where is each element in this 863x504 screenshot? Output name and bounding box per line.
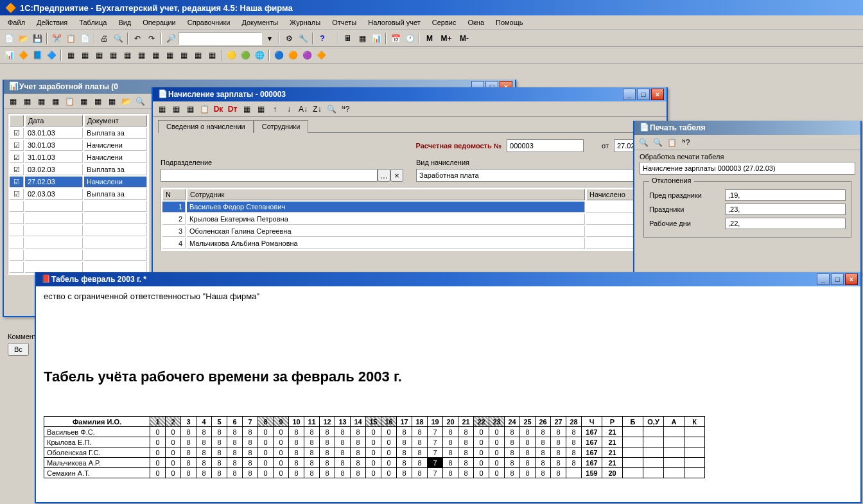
copy-icon[interactable]: 📋: [64, 32, 77, 45]
nav9-icon[interactable]: ▦: [121, 49, 134, 62]
employees-grid[interactable]: N Сотрудник Начислено 1Васильев Федор Ст…: [161, 187, 659, 251]
jt4-icon[interactable]: ▦: [49, 95, 62, 108]
menu-Справочники[interactable]: Справочники: [182, 17, 236, 28]
at9-icon[interactable]: 🔍: [325, 103, 338, 116]
menu-Помощь[interactable]: Помощь: [491, 17, 528, 28]
pt3-icon[interactable]: 📋: [665, 136, 678, 149]
tool-a-icon[interactable]: ⚙: [283, 32, 295, 45]
menu-Отчеты[interactable]: Отчеты: [327, 17, 362, 28]
nav20-icon[interactable]: 🟠: [286, 49, 299, 62]
source-input[interactable]: [640, 162, 855, 175]
nav15-icon[interactable]: ▦: [205, 49, 218, 62]
down-icon[interactable]: ↓: [283, 103, 295, 116]
pt1-icon[interactable]: 🔍: [637, 136, 650, 149]
close-button[interactable]: ×: [651, 89, 664, 100]
tool-b-icon[interactable]: 🔧: [297, 32, 309, 45]
chart-icon[interactable]: 📊: [370, 32, 383, 45]
menu-Действия[interactable]: Действия: [31, 17, 73, 28]
report-body[interactable]: ество с ограниченной ответственностью "Н…: [36, 286, 860, 502]
minimize-button[interactable]: _: [817, 274, 830, 285]
dept-lookup-button[interactable]: …: [378, 169, 390, 182]
up-icon[interactable]: ↑: [268, 103, 281, 116]
jt6-icon[interactable]: ▦: [77, 95, 90, 108]
nav13-icon[interactable]: ▦: [177, 49, 190, 62]
pt2-icon[interactable]: 🔍: [651, 136, 664, 149]
emp-row[interactable]: 2Крылова Екатерина Петровна3,50: [162, 214, 657, 225]
pt-help-icon[interactable]: ᴺ?: [679, 136, 692, 149]
nav19-icon[interactable]: 🔵: [272, 49, 285, 62]
nav14-icon[interactable]: ▦: [191, 49, 204, 62]
journal-row[interactable]: ☑27.02.03Начислени: [10, 177, 147, 187]
mem-m-button[interactable]: М: [423, 32, 437, 45]
journal-grid[interactable]: Дата Документ ☑03.01.03Выплата за☑30.01.…: [8, 113, 149, 275]
menu-Файл[interactable]: Файл: [3, 17, 30, 28]
jt5-icon[interactable]: 📋: [63, 95, 76, 108]
holidays-input[interactable]: [725, 204, 846, 215]
redo-icon[interactable]: ↷: [145, 32, 158, 45]
col-emp[interactable]: Сотрудник: [187, 189, 585, 200]
at8-icon[interactable]: ▦: [254, 103, 267, 116]
journal-row[interactable]: ☑30.01.03Начислени: [10, 140, 147, 151]
mem-mminus-button[interactable]: М-: [456, 32, 473, 45]
nav8-icon[interactable]: ▦: [107, 49, 119, 62]
dept-input[interactable]: [161, 169, 378, 182]
at2-icon[interactable]: ▦: [170, 103, 182, 116]
preview-icon[interactable]: 🔍: [112, 32, 125, 45]
menu-Вид[interactable]: Вид: [113, 17, 136, 28]
menu-Сервис[interactable]: Сервис: [427, 17, 462, 28]
accrual-titlebar[interactable]: 📄 Начисление зарплаты - 000003 _ □ ×: [153, 87, 667, 101]
jt7-icon[interactable]: ▦: [91, 95, 104, 108]
footer-button[interactable]: Вс: [8, 343, 29, 356]
nav16-icon[interactable]: 🟡: [225, 49, 238, 62]
maximize-button[interactable]: □: [637, 89, 650, 100]
open-icon[interactable]: 📂: [17, 32, 30, 45]
close-button[interactable]: ×: [845, 274, 858, 285]
help-icon[interactable]: ?: [316, 32, 329, 45]
menu-Окна[interactable]: Окна: [462, 17, 489, 28]
cut-icon[interactable]: ✂️: [50, 32, 63, 45]
tab-info[interactable]: Сведения о начислении: [158, 120, 254, 133]
emp-row[interactable]: 1Васильев Федор Степанович8,00: [162, 202, 657, 213]
nav3-icon[interactable]: 📘: [31, 49, 44, 62]
workdays-input[interactable]: [725, 218, 846, 229]
nav7-icon[interactable]: ▦: [92, 49, 105, 62]
find-icon[interactable]: 🔎: [164, 32, 177, 45]
menu-Таблица[interactable]: Таблица: [74, 17, 112, 28]
minimize-button[interactable]: _: [623, 89, 636, 100]
at6-icon[interactable]: Dт: [226, 103, 239, 116]
nav5-icon[interactable]: ▦: [64, 49, 77, 62]
dropdown-icon[interactable]: ▾: [263, 32, 276, 45]
at1-icon[interactable]: ▦: [155, 103, 168, 116]
mem-mplus-button[interactable]: М+: [438, 32, 455, 45]
grid-icon[interactable]: ▦: [356, 32, 369, 45]
nav6-icon[interactable]: ▦: [78, 49, 91, 62]
tab-employees[interactable]: Сотрудники: [254, 120, 309, 133]
journal-row[interactable]: ☑31.01.03Начислени: [10, 152, 147, 163]
undo-icon[interactable]: ↶: [131, 32, 144, 45]
jt10-icon[interactable]: 🔍: [134, 95, 146, 108]
print-icon[interactable]: 🖨: [98, 32, 110, 45]
nav2-icon[interactable]: 🔶: [17, 49, 30, 62]
at5-icon[interactable]: Dк: [212, 103, 225, 116]
journal-row[interactable]: ☑03.01.03Выплата за: [10, 128, 147, 139]
clock-icon[interactable]: 🕐: [403, 32, 416, 45]
new-icon[interactable]: 📄: [3, 32, 15, 45]
col-date[interactable]: Дата: [25, 115, 83, 126]
col-doc[interactable]: Документ: [84, 115, 147, 126]
nav22-icon[interactable]: 🔶: [315, 49, 327, 62]
paste-icon[interactable]: 📄: [78, 32, 91, 45]
jt3-icon[interactable]: ▦: [35, 95, 48, 108]
sort-desc-icon[interactable]: Z↓: [311, 103, 324, 116]
journal-row[interactable]: ☑02.03.03Выплата за: [10, 189, 147, 200]
save-icon[interactable]: 💾: [31, 32, 44, 45]
nav1-icon[interactable]: 📊: [3, 49, 15, 62]
menu-Налоговый учет[interactable]: Налоговый учет: [363, 17, 426, 28]
jt9-icon[interactable]: 📂: [119, 95, 132, 108]
menu-Операции[interactable]: Операции: [137, 17, 180, 28]
jt1-icon[interactable]: ▦: [6, 95, 19, 108]
sort-asc-icon[interactable]: A↓: [297, 103, 309, 116]
col-n[interactable]: N: [162, 189, 186, 200]
report-titlebar[interactable]: 📕 Табель февраль 2003 г. * _ □ ×: [36, 272, 860, 286]
menu-Документы[interactable]: Документы: [236, 17, 283, 28]
nav10-icon[interactable]: ▦: [135, 49, 148, 62]
